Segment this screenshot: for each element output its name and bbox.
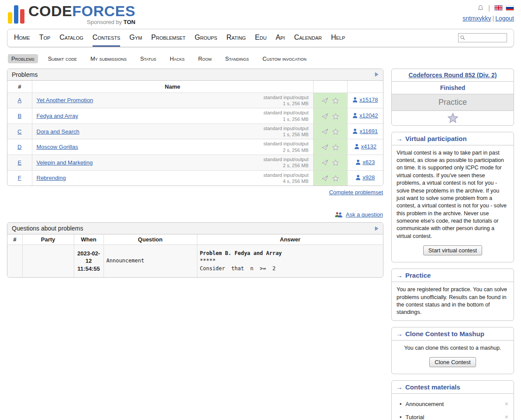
submit-plane-icon[interactable]: [321, 175, 328, 182]
person-icon: [355, 175, 361, 180]
nav-item-gym[interactable]: Gym: [129, 29, 142, 47]
tab-custom-invocation[interactable]: Custom invocation: [259, 54, 310, 63]
clone-mashup-box: → Clone Contest to Mashup You can clone …: [391, 327, 514, 374]
solved-count-link[interactable]: x623: [355, 159, 375, 165]
problem-letter-link[interactable]: D: [17, 144, 21, 150]
nav-item-help[interactable]: Help: [331, 29, 345, 47]
problem-name-link[interactable]: Velepin and Marketing: [37, 159, 93, 166]
logo-text: CODEFORCES: [28, 3, 135, 19]
favorite-star-icon[interactable]: [332, 159, 339, 166]
start-virtual-contest-button[interactable]: Start virtual contest: [423, 245, 482, 255]
tab-standings[interactable]: Standings: [222, 54, 253, 63]
expand-arrow-icon[interactable]: [375, 226, 379, 231]
logo-forces: FORCES: [72, 3, 135, 19]
tab-status[interactable]: Status: [137, 54, 160, 63]
clone-contest-button[interactable]: Clone Contest: [429, 357, 476, 367]
nav-item-problemset[interactable]: Problemset: [151, 29, 186, 47]
problem-limits: standard input/output2 s, 256 MB: [263, 141, 308, 153]
bell-icon[interactable]: [477, 5, 484, 11]
tutorial-link[interactable]: Tutorial: [406, 414, 424, 420]
problem-name-link[interactable]: Yet Another Promotion: [37, 97, 93, 103]
solved-count-link[interactable]: x4132: [354, 143, 376, 150]
problem-limits: standard input/output1 s, 256 MB: [263, 94, 308, 107]
problem-name-link[interactable]: Rebrending: [37, 175, 66, 181]
logo-sponsor: Sponsored by TON: [28, 19, 135, 25]
practice-box: → Practice You are registered for practi…: [391, 269, 514, 321]
question-party-cell: [22, 245, 74, 277]
question-text-cell: Announcement: [104, 245, 197, 277]
contest-materials-caption: → Contest materials: [392, 381, 514, 394]
contest-title-link[interactable]: Codeforces Round 852 (Div. 2): [408, 72, 497, 79]
problem-letter-link[interactable]: C: [17, 128, 21, 135]
favorite-star-icon[interactable]: [332, 97, 339, 104]
problems-title: Problems: [12, 71, 38, 78]
logo-bar-red: [20, 9, 24, 24]
nav-item-rating[interactable]: Rating: [226, 29, 245, 47]
column-header-number: #: [7, 81, 32, 93]
favorite-star-icon[interactable]: [332, 113, 339, 120]
main-nav: Home Top Catalog Contests Gym Problemset…: [7, 29, 514, 47]
logo-bar-blue: [14, 5, 18, 24]
nav-item-contests[interactable]: Contests: [93, 29, 121, 47]
problem-letter-link[interactable]: A: [17, 97, 21, 103]
nav-item-edu[interactable]: Edu: [255, 29, 267, 47]
submit-plane-icon[interactable]: [321, 128, 328, 135]
submit-plane-icon[interactable]: [321, 144, 328, 151]
tab-submit-code[interactable]: Submit code: [45, 54, 80, 63]
nav-item-calendar[interactable]: Calendar: [294, 29, 322, 47]
material-item-announcement: • Announcement ×: [399, 397, 509, 410]
problem-row-d: D Moscow Gorillas standard input/output2…: [7, 139, 383, 155]
tab-problems[interactable]: Problems: [8, 54, 38, 63]
column-header-actions: [313, 81, 347, 93]
problem-letter-link[interactable]: B: [17, 113, 21, 119]
logo-bar-yellow: [8, 12, 12, 24]
person-icon: [352, 113, 358, 118]
username-link[interactable]: sntmxykky: [462, 15, 491, 22]
contest-subnav: Problems Submit code My submissions Stat…: [7, 54, 514, 63]
questions-box: Questions about problems # Party When Qu…: [7, 222, 383, 278]
clone-mashup-text: You can clone this contest to a mashup.: [397, 344, 509, 352]
complete-problemset-link[interactable]: Complete problemset: [329, 189, 383, 196]
problem-letter-link[interactable]: F: [18, 175, 21, 181]
solved-count-link[interactable]: x11691: [352, 128, 378, 134]
favorite-star-icon[interactable]: [448, 113, 458, 123]
ask-question-row: Ask a question: [7, 211, 383, 218]
header: CODEFORCES Sponsored by TON |: [7, 3, 514, 25]
expand-arrow-icon[interactable]: [375, 72, 379, 77]
problem-name-link[interactable]: Fedya and Array: [37, 113, 78, 119]
favorite-star-icon[interactable]: [332, 144, 339, 151]
flag-ru-icon[interactable]: [506, 5, 514, 10]
logout-link[interactable]: Logout: [495, 15, 514, 22]
solved-count-link[interactable]: x928: [355, 174, 375, 181]
nav-item-api[interactable]: Api: [276, 29, 285, 47]
submit-plane-icon[interactable]: [321, 159, 328, 166]
ask-question-link[interactable]: Ask a question: [346, 211, 383, 218]
flag-uk-icon[interactable]: [494, 5, 503, 10]
nav-item-groups[interactable]: Groups: [195, 29, 217, 47]
problem-name-link[interactable]: Moscow Gorillas: [37, 144, 78, 150]
close-icon[interactable]: ×: [505, 413, 508, 420]
favorite-star-icon[interactable]: [332, 128, 339, 135]
solved-count-link[interactable]: x12042: [352, 112, 378, 119]
favorite-star-icon[interactable]: [332, 175, 339, 182]
practice-text: You are registered for practice. You can…: [397, 286, 509, 317]
nav-item-top[interactable]: Top: [39, 29, 51, 47]
separator: |: [488, 4, 490, 11]
separator: |: [493, 15, 494, 22]
nav-item-catalog[interactable]: Catalog: [59, 29, 83, 47]
submit-plane-icon[interactable]: [321, 97, 328, 104]
tab-hacks[interactable]: Hacks: [166, 54, 188, 63]
close-icon[interactable]: ×: [505, 400, 508, 407]
announcement-link[interactable]: Announcement: [406, 401, 444, 407]
submit-plane-icon[interactable]: [321, 113, 328, 120]
nav-item-home[interactable]: Home: [14, 29, 30, 47]
codeforces-logo[interactable]: CODEFORCES Sponsored by TON: [7, 3, 135, 25]
problem-letter-link[interactable]: E: [17, 159, 21, 166]
problems-table: # Name A Yet Another Promotion standard …: [7, 81, 383, 186]
solved-count-link[interactable]: x15178: [352, 96, 378, 103]
problem-name-link[interactable]: Dora and Search: [37, 128, 79, 135]
tab-room[interactable]: Room: [195, 54, 215, 63]
user-row: sntmxykky|Logout: [462, 15, 514, 22]
tab-my-submissions[interactable]: My submissions: [87, 54, 130, 63]
person-icon: [355, 159, 361, 165]
